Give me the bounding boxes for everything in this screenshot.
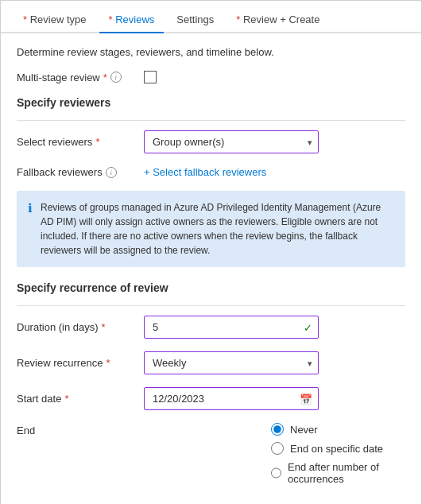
tab-reviews[interactable]: * Reviews [99,7,165,33]
end-label: End [17,423,144,436]
duration-input[interactable] [144,316,319,339]
multi-stage-required: * [103,72,107,83]
fallback-reviewers-row: Fallback reviewers i + Select fallback r… [17,166,405,178]
end-occurrences-radio[interactable] [271,467,281,479]
select-reviewers-row: Select reviewers * Group owner(s) Select… [17,130,405,153]
end-radio-group: Never End on specific date End after num… [271,423,405,485]
duration-row: Duration (in days) * ✓ [17,316,405,339]
start-date-input-wrapper: 📅 [144,387,319,410]
multi-stage-row: Multi-stage review * i [17,71,405,83]
start-date-input[interactable] [144,387,319,410]
info-box: ℹ Reviews of groups managed in Azure AD … [17,191,405,267]
duration-check-icon: ✓ [304,321,312,333]
tab-review-type[interactable]: * Review type [14,7,96,33]
end-specific-date-option[interactable]: End on specific date [271,442,405,455]
watermark: admindroid.com [1,501,421,504]
tab-review-create[interactable]: * Review + Create [226,7,329,33]
page-content: Determine review stages, reviewers, and … [1,33,421,501]
end-specific-radio[interactable] [271,442,284,455]
multi-stage-info-icon[interactable]: i [110,72,122,83]
select-fallback-link[interactable]: + Select fallback reviewers [144,166,266,178]
main-window: * Review type * Reviews Settings * Revie… [0,0,422,504]
recurrence-dropdown[interactable]: Weekly Monthly Quarterly Semi-annually A… [144,351,319,374]
end-never-option[interactable]: Never [271,423,405,436]
select-reviewers-label: Select reviewers * [17,136,144,148]
select-reviewers-dropdown[interactable]: Group owner(s) Selected user(s) or group… [144,130,319,153]
divider-recurrence [17,305,405,306]
end-row: End Never End on specific date End after… [17,423,405,485]
multi-stage-label: Multi-stage review * i [17,72,144,83]
start-date-label: Start date * [17,393,144,405]
info-box-text: Reviews of groups managed in Azure AD Pr… [41,200,394,258]
specify-reviewers-title: Specify reviewers [17,96,405,109]
fallback-info-icon[interactable]: i [106,167,117,178]
duration-input-wrapper: ✓ [144,316,319,339]
fallback-reviewers-label: Fallback reviewers i [17,166,144,178]
select-reviewers-wrapper: Group owner(s) Selected user(s) or group… [144,130,319,153]
duration-label: Duration (in days) * [17,321,144,333]
info-box-icon: ℹ [28,201,33,258]
tab-settings[interactable]: Settings [167,7,223,33]
divider-reviewers [17,120,405,121]
end-never-radio[interactable] [271,423,284,436]
page-description: Determine review stages, reviewers, and … [17,46,405,58]
recurrence-label: Review recurrence * [17,357,144,369]
specify-recurrence-title: Specify recurrence of review [17,281,405,294]
recurrence-row: Review recurrence * Weekly Monthly Quart… [17,351,405,374]
recurrence-select-wrapper: Weekly Monthly Quarterly Semi-annually A… [144,351,319,374]
multi-stage-checkbox[interactable] [144,71,157,83]
start-date-row: Start date * 📅 [17,387,405,410]
calendar-icon: 📅 [300,393,312,405]
end-occurrences-option[interactable]: End after number of occurrences [271,461,405,485]
tab-bar: * Review type * Reviews Settings * Revie… [1,1,421,33]
